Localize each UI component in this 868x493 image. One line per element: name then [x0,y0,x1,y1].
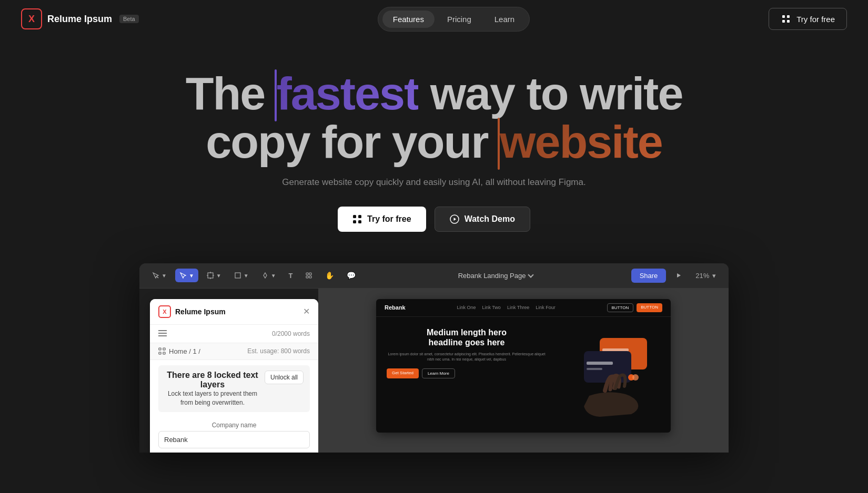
company-name-field: Company name [150,417,318,453]
alert-title: There are 8 locked text layers [165,371,260,389]
logo-wordmark: Relume Ipsum [47,14,112,25]
svg-rect-26 [163,352,165,354]
headline-copy: copy for your [206,116,500,168]
beta-badge: Beta [119,15,139,23]
nav-links-container: Features Pricing Learn [378,7,530,32]
figma-tool-shape[interactable]: ▼ [230,269,253,282]
alert-content: There are 8 locked text layers Lock text… [165,371,260,407]
company-name-input[interactable] [158,431,310,448]
field-label: Company name [158,422,310,429]
svg-rect-1 [787,15,790,18]
figma-share-button[interactable]: Share [631,269,667,283]
figma-play-button[interactable] [671,268,686,283]
figma-mockup: ▼ ▼ ▼ [139,263,729,453]
plugin-alert: There are 8 locked text layers Lock text… [158,365,310,413]
hero-section: The fastest way to write copy for your w… [0,38,868,474]
figma-tool-components[interactable] [301,269,317,282]
figma-tool-comment[interactable]: 💬 [342,268,360,283]
svg-rect-7 [358,220,361,223]
nav-link-learn[interactable]: Learn [484,11,525,28]
nav-link-features[interactable]: Features [382,11,435,28]
preview-link-3: Link Three [507,305,529,310]
page-name-text: Rebank Landing Page [458,272,526,280]
alert-desc: Lock text layers to prevent them from be… [165,389,260,407]
preview-hero-secondary: Learn More [422,368,455,378]
svg-rect-16 [306,273,308,275]
unlock-all-button[interactable]: Unlock all [265,371,304,384]
svg-rect-6 [353,220,356,223]
plugin-logo-icon: X [158,305,171,318]
svg-rect-4 [353,215,356,218]
grid-icon-btn [352,214,362,224]
logo: X Relume Ipsum Beta [21,8,139,29]
preview-logo: Rebank [385,304,406,311]
headline-website: website [500,116,662,168]
figma-tool-text[interactable]: T [285,269,297,283]
headline-the: The [186,67,277,119]
plugin-title: Relume Ipsum [175,307,226,316]
svg-rect-2 [782,20,785,23]
preview-canvas: Rebank Link One Link Two Link Three Link… [318,289,729,453]
figma-tool-hand[interactable]: ✋ [321,268,338,283]
preview-hero-sub: Lorem ipsum dolor sit amet, consectetur … [387,352,547,362]
svg-rect-0 [782,15,785,18]
breadcrumb-path: Home / 1 / [169,347,200,355]
svg-rect-32 [587,368,602,370]
svg-point-34 [632,374,639,381]
play-icon [450,214,459,224]
figma-tool-move[interactable]: ▼ [148,269,171,282]
figma-tool-frame[interactable]: ▼ [203,269,226,282]
hero-subtext: Generate website copy quickly and easily… [11,177,857,188]
try-for-free-button[interactable]: Try for free [338,207,426,232]
grid-icon [781,14,791,24]
plugin-menu-bar: 0/2000 words [150,325,318,343]
svg-rect-10 [208,273,213,278]
hamburger-icon[interactable] [158,329,167,338]
figma-tool-select[interactable]: ▼ [175,269,198,282]
preview-btn-orange: BUTTON [637,303,662,312]
layers-icon [158,347,166,355]
zoom-chevron: ▾ [712,272,716,280]
breadcrumb-left: Home / 1 / [158,347,200,355]
svg-rect-3 [787,20,790,23]
watch-demo-button[interactable]: Watch Demo [435,207,530,232]
plugin-panel: X Relume Ipsum ✕ 0/2000 words [150,299,318,453]
preview-website: Rebank Link One Link Two Link Three Link… [376,299,671,433]
figma-tool-pen[interactable]: ▼ [257,269,280,282]
navbar: X Relume Ipsum Beta Features Pricing Lea… [0,0,868,38]
preview-link-1: Link One [457,305,476,310]
figma-page-name[interactable]: Rebank Landing Page [453,270,539,282]
plugin-logo: X Relume Ipsum [158,305,226,318]
hero-buttons: Try for free Watch Demo [11,207,857,232]
nav-link-pricing[interactable]: Pricing [437,11,482,28]
svg-rect-15 [235,273,240,278]
hero-headline: The fastest way to write copy for your w… [11,69,857,167]
preview-nav-buttons: BUTTON BUTTON [607,303,663,312]
logo-letter: X [28,14,35,25]
svg-rect-5 [358,215,361,218]
svg-rect-25 [159,352,161,354]
chevron-down-icon [528,272,534,278]
preview-hero-btns: Get Started Learn More [387,368,547,378]
preview-hero-image [555,327,660,422]
figma-toolbar: ▼ ▼ ▼ [139,263,729,289]
watch-demo-label: Watch Demo [465,214,515,224]
svg-rect-19 [309,276,311,278]
preview-btn-outline: BUTTON [607,303,634,312]
plugin-header: X Relume Ipsum ✕ [150,299,318,325]
breadcrumb-usage: Est. usage: 800 words [247,347,310,355]
try-free-label: Try for free [367,214,411,224]
nav-cta-label: Try for free [796,15,835,24]
svg-rect-24 [163,348,165,350]
preview-link-2: Link Two [482,305,501,310]
plugin-close-icon[interactable]: ✕ [303,307,310,316]
figma-zoom-level[interactable]: 21% ▾ [691,270,720,282]
svg-line-9 [157,276,159,279]
svg-rect-23 [159,348,161,350]
preview-nav-links: Link One Link Two Link Three Link Four [457,305,555,310]
svg-rect-18 [306,276,308,278]
nav-cta-button[interactable]: Try for free [769,8,847,30]
preview-hero-cta: Get Started [387,368,419,378]
preview-hero-title: Medium length hero headline goes here [387,327,547,347]
figma-toolbar-right: Share 21% ▾ [631,268,720,283]
